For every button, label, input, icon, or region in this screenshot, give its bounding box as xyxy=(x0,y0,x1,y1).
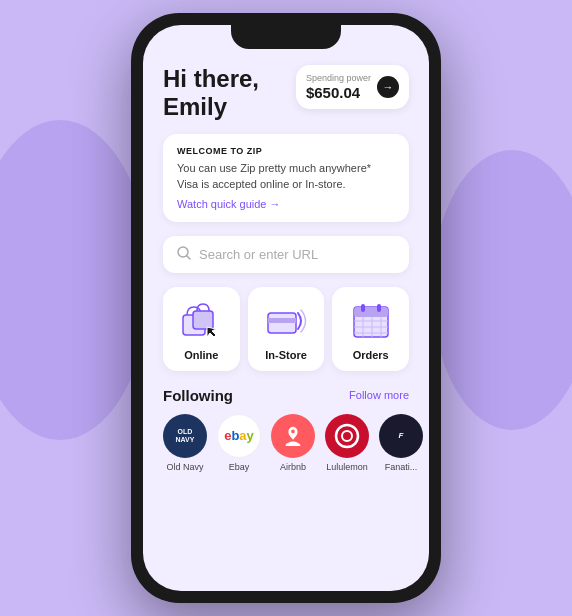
phone-screen: Hi there, Emily Spending power $650.04 →… xyxy=(143,25,429,591)
category-instore[interactable]: In-Store xyxy=(248,287,325,371)
search-icon xyxy=(177,246,191,263)
brand-avatar-airbnb xyxy=(271,414,315,458)
welcome-card: WELCOME TO ZIP You can use Zip pretty mu… xyxy=(163,134,409,222)
card-tap-icon xyxy=(264,299,308,343)
search-bar[interactable]: Search or enter URL xyxy=(163,236,409,273)
brand-ebay[interactable]: ebay Ebay xyxy=(217,414,261,472)
svg-line-1 xyxy=(187,256,190,259)
svg-rect-8 xyxy=(354,307,388,317)
greeting: Hi there, Emily xyxy=(163,65,259,120)
greeting-line2: Emily xyxy=(163,93,227,120)
brand-airbnb[interactable]: Airbnb xyxy=(271,414,315,472)
watch-guide-link[interactable]: Watch quick guide → xyxy=(177,198,395,210)
svg-rect-15 xyxy=(361,304,365,312)
svg-rect-16 xyxy=(377,304,381,312)
brand-avatar-ebay: ebay xyxy=(217,414,261,458)
search-placeholder-text: Search or enter URL xyxy=(199,247,318,262)
brand-old-navy[interactable]: OLDNAVY Old Navy xyxy=(163,414,207,472)
brand-avatar-lululemon xyxy=(325,414,369,458)
brand-avatar-fanatics: F xyxy=(379,414,423,458)
svg-rect-6 xyxy=(268,318,296,323)
phone-notch xyxy=(231,25,341,49)
follow-more-link[interactable]: Follow more xyxy=(349,389,409,401)
spending-power-label: Spending power xyxy=(306,73,371,84)
category-grid: Online In-Store xyxy=(163,287,409,371)
brand-label-fanatics: Fanati... xyxy=(385,462,418,472)
phone-frame: Hi there, Emily Spending power $650.04 →… xyxy=(131,13,441,603)
spending-power-card[interactable]: Spending power $650.04 → xyxy=(296,65,409,109)
svg-rect-3 xyxy=(193,311,213,329)
ebay-logo-text: ebay xyxy=(224,428,254,443)
brand-avatar-old-navy: OLDNAVY xyxy=(163,414,207,458)
brand-label-old-navy: Old Navy xyxy=(166,462,203,472)
following-header: Following Follow more xyxy=(163,387,409,404)
brand-label-ebay: Ebay xyxy=(229,462,250,472)
spending-power-amount: $650.04 xyxy=(306,84,371,101)
category-instore-label: In-Store xyxy=(265,349,307,361)
welcome-title: WELCOME TO ZIP xyxy=(177,146,395,156)
brands-row: OLDNAVY Old Navy ebay Ebay xyxy=(163,414,409,472)
bg-decoration-left xyxy=(0,120,150,440)
bg-decoration-right xyxy=(432,150,572,430)
header-row: Hi there, Emily Spending power $650.04 → xyxy=(163,65,409,120)
brand-label-airbnb: Airbnb xyxy=(280,462,306,472)
brand-label-lululemon: Lululemon xyxy=(326,462,368,472)
svg-point-17 xyxy=(336,425,358,447)
welcome-text: You can use Zip pretty much anywhere*Vis… xyxy=(177,161,395,192)
shopping-bag-icon xyxy=(179,299,223,343)
category-online[interactable]: Online xyxy=(163,287,240,371)
category-orders-label: Orders xyxy=(353,349,389,361)
svg-point-18 xyxy=(342,431,352,441)
brand-fanatics[interactable]: F Fanati... xyxy=(379,414,423,472)
svg-marker-4 xyxy=(207,327,216,337)
spending-power-info: Spending power $650.04 xyxy=(306,73,371,101)
greeting-line1: Hi there, xyxy=(163,65,259,92)
screen-content: Hi there, Emily Spending power $650.04 →… xyxy=(143,49,429,591)
category-orders[interactable]: Orders xyxy=(332,287,409,371)
calendar-icon xyxy=(349,299,393,343)
brand-lululemon[interactable]: Lululemon xyxy=(325,414,369,472)
spending-power-arrow: → xyxy=(377,76,399,98)
category-online-label: Online xyxy=(184,349,218,361)
following-title: Following xyxy=(163,387,233,404)
